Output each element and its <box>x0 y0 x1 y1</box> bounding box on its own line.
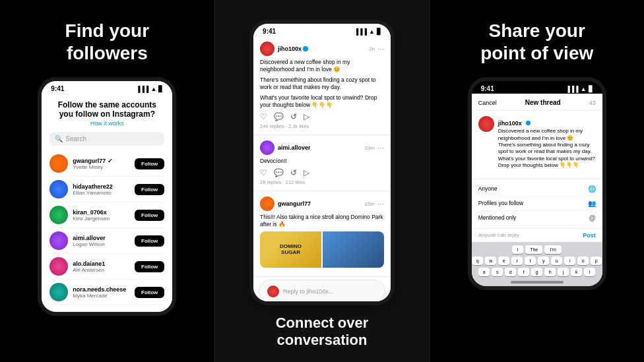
avatar <box>49 257 68 276</box>
audience-option-following[interactable]: Profiles you follow 👥 <box>478 196 596 211</box>
post-avatar <box>260 140 274 155</box>
at-icon: @ <box>589 214 596 222</box>
reply-input[interactable]: Reply to jiho100x... <box>259 280 385 303</box>
key-k[interactable]: k <box>571 268 582 276</box>
center-caption: Connect over conversation <box>276 315 369 349</box>
key-j[interactable]: j <box>558 268 569 276</box>
search-placeholder: Search <box>65 135 86 142</box>
key-t[interactable]: t <box>525 256 536 265</box>
audience-option-mentioned[interactable]: Mentioned only @ <box>478 211 596 226</box>
right-phone: 9:41 ▐▐▐ ▲ ▊ Cancel New thread 43 <box>468 77 606 289</box>
key-y[interactable]: y <box>538 256 549 265</box>
comment-icon[interactable]: 💬 <box>274 168 284 177</box>
verified-badge <box>303 46 308 51</box>
cancel-button[interactable]: Cancel <box>478 100 497 106</box>
thread-post: gwangurl77 15m ··· This!!! Also taking a… <box>253 191 391 277</box>
search-box[interactable]: 🔍 Search <box>49 132 164 146</box>
reply-footer: Anyone can reply Post <box>472 228 602 242</box>
thread-post: aimi.allover 33m ··· Devocíon!! ♡ 💬 ↺ ▷ … <box>253 135 391 191</box>
key-p[interactable]: p <box>591 256 602 265</box>
follow-button[interactable]: Follow <box>135 261 164 272</box>
status-bar-right: 9:41 ▐▐▐ ▲ ▊ <box>472 81 602 94</box>
list-item: gwangurl77 ✓ Yvette Mistry Follow <box>49 151 164 177</box>
avatar <box>49 206 68 224</box>
follow-button[interactable]: Follow <box>135 210 164 221</box>
key-im[interactable]: I'm <box>544 245 562 254</box>
panel-right: Share your point of view 9:41 ▐▐▐ ▲ ▊ Ca… <box>430 0 644 362</box>
thread-composer-header: Cancel New thread 43 <box>472 94 602 111</box>
key-s[interactable]: s <box>492 268 503 276</box>
left-title: Find your followers <box>65 20 150 64</box>
key-i[interactable]: I <box>512 245 523 254</box>
key-h[interactable]: h <box>544 268 556 276</box>
verified-badge <box>526 121 531 125</box>
avatar <box>49 154 68 173</box>
feed-screen: jiho100x 2h ··· Discovered a new coffee … <box>253 36 391 305</box>
globe-icon: 🌐 <box>588 185 596 193</box>
reply-hint: Anyone can reply <box>478 232 519 238</box>
share-icon[interactable]: ▷ <box>304 168 309 177</box>
list-item: aimi.allover Logan Wilson Follow <box>49 228 164 254</box>
keyboard-home-indicator <box>511 281 564 284</box>
post-image: DOMINO SUGAR <box>260 231 321 268</box>
follow-button[interactable]: Follow <box>135 158 164 169</box>
panel-left: Find your followers 9:41 ▐▐▐ ▲ ▊ Follow … <box>0 0 215 362</box>
post-avatar <box>260 196 274 211</box>
follow-button[interactable]: Follow <box>135 287 164 298</box>
follow-prompt: Follow the same accounts you follow on I… <box>49 100 164 119</box>
repost-icon[interactable]: ↺ <box>290 112 297 121</box>
heart-icon[interactable]: ♡ <box>260 168 267 177</box>
key-l[interactable]: l <box>584 268 595 276</box>
how-it-works-link[interactable]: How it works <box>49 120 164 127</box>
key-e[interactable]: e <box>498 256 509 265</box>
post-avatar <box>260 42 274 56</box>
key-a[interactable]: a <box>478 268 490 276</box>
follow-screen: Follow the same accounts you follow on I… <box>42 94 172 312</box>
keyboard: I The I'm q w e r t y u i o p a <box>472 242 602 286</box>
key-r[interactable]: r <box>511 256 523 265</box>
char-count: 43 <box>589 100 596 106</box>
avatar <box>49 231 68 250</box>
follow-button[interactable]: Follow <box>135 235 164 247</box>
search-icon: 🔍 <box>55 135 63 142</box>
key-u[interactable]: u <box>551 256 562 265</box>
post-button[interactable]: Post <box>583 232 596 239</box>
status-bar-center: 9:41 ▐▐▐ ▲ ▊ <box>253 24 391 36</box>
follow-button[interactable]: Follow <box>135 184 164 195</box>
key-g[interactable]: g <box>531 268 542 276</box>
people-icon: 👥 <box>588 200 596 207</box>
list-item: alo.daiane1 Airi Andersen Follow <box>49 254 164 280</box>
key-d[interactable]: d <box>505 268 516 276</box>
key-o[interactable]: o <box>577 256 589 265</box>
key-the[interactable]: The <box>525 245 542 254</box>
key-w[interactable]: w <box>485 256 496 265</box>
reply-avatar <box>267 286 279 297</box>
comment-icon[interactable]: 💬 <box>274 112 284 121</box>
left-phone: 9:41 ▐▐▐ ▲ ▊ Follow the same accounts yo… <box>38 77 176 316</box>
new-thread-title: New thread <box>525 99 561 106</box>
panel-center: 9:41 ▐▐▐ ▲ ▊ jiho100x 2h ··· Discovered … <box>215 0 430 362</box>
list-item: nora.needs.cheese Myka Mercade Follow <box>49 280 164 305</box>
status-bar-left: 9:41 ▐▐▐ ▲ ▊ <box>42 81 172 94</box>
compose-area: jiho100x Discovered a new coffee shop in… <box>472 111 602 178</box>
right-title: Share your point of view <box>480 20 593 64</box>
list-item: hidayathere22 Eitan Yamamoto Follow <box>49 177 164 202</box>
post-image <box>323 231 384 268</box>
heart-icon[interactable]: ♡ <box>260 112 267 121</box>
list-item: kiran_0706x Kirsi Jørgensen Follow <box>49 202 164 228</box>
share-icon[interactable]: ▷ <box>304 112 309 121</box>
center-phone: 9:41 ▐▐▐ ▲ ▊ jiho100x 2h ··· Discovered … <box>249 20 395 305</box>
repost-icon[interactable]: ↺ <box>290 168 297 177</box>
thread-post: jiho100x 2h ··· Discovered a new coffee … <box>253 36 391 135</box>
key-f[interactable]: f <box>518 268 529 276</box>
compose-avatar <box>478 116 494 132</box>
status-icons-left: ▐▐▐ ▲ ▊ <box>136 86 163 92</box>
key-q[interactable]: q <box>472 256 483 265</box>
new-thread-screen: Cancel New thread 43 jiho100x Discovered… <box>472 94 602 286</box>
avatar <box>49 283 68 301</box>
audience-option-anyone[interactable]: Anyone 🌐 <box>478 182 596 196</box>
reply-placeholder: Reply to jiho100x... <box>283 288 334 295</box>
avatar <box>49 180 68 198</box>
key-i2[interactable]: i <box>564 256 575 265</box>
audience-section: Anyone 🌐 Profiles you follow 👥 Mentioned… <box>472 179 602 228</box>
